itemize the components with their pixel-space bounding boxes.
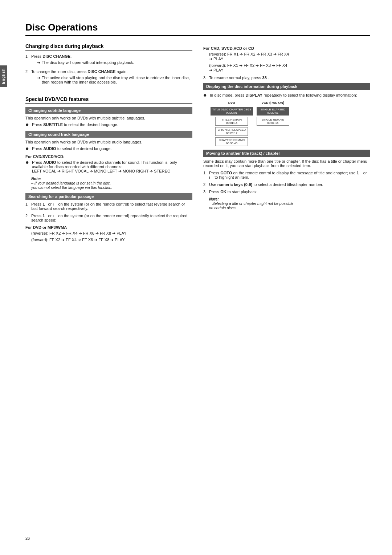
resume-38-bold: 38 — [262, 76, 267, 80]
numeric-keys-bold: numeric keys (0-9) — [217, 182, 253, 187]
note-italic-1b: you cannot select the language via this … — [31, 185, 113, 190]
moving-step-number-2: 2 — [203, 182, 209, 187]
note-block-language: Note: – If your desired language is not … — [31, 177, 192, 190]
cvd-cd-lines: (reverse): FR X1 ➔ FR X2 ➔ FR X3 ➔ FR X4… — [203, 52, 370, 73]
divider-1 — [25, 91, 192, 91]
step-number-1: 1 — [25, 54, 31, 58]
vcd-display-col: VCD (PBC ON) SINGLE ELAPSED00:20:01 SING… — [257, 101, 289, 146]
dvd-cell-2: TITLE REMAIN00:01:15 — [215, 117, 248, 126]
disc-change-bold: DISC CHANGE — [42, 54, 70, 58]
moving-step-number-3: 3 — [203, 190, 209, 194]
disc-change-bold-2: DISC CHANGE — [87, 69, 115, 74]
display-info-header: Displaying the disc information during p… — [203, 83, 370, 90]
arrow-icon-2: ➔ — [37, 76, 40, 80]
bullet-icon-cvd: ● — [25, 159, 32, 165]
search-step-1-text: Press 1 or ı on the system (or on the re… — [31, 202, 185, 211]
search-step-1: 1 Press 1 or ı on the system (or on the … — [25, 202, 192, 211]
moving-step-2-text: Use numeric keys (0-9) to select a desir… — [209, 182, 323, 187]
search-step-number-1: 1 — [25, 202, 31, 206]
note-text-1a: – If your desired language is not set in… — [31, 181, 111, 185]
left-column: Changing discs during playback 1 Press D… — [25, 43, 192, 244]
step-number-2: 2 — [25, 69, 31, 74]
bullet-icon-audio: ● — [25, 146, 32, 151]
resume-step-text: To resume normal play, press 38 . — [209, 76, 269, 80]
step-1-sub: The disc tray will open without interrup… — [42, 60, 134, 65]
search-step-2: 2 Press 1 or ı on the system (or on the … — [25, 214, 192, 222]
moving-step-3-text: Press OK to start playback. — [209, 190, 258, 194]
moving-step-2: 2 Use numeric keys (0-9) to select a des… — [203, 182, 370, 187]
note-moving-text: – Selecting a title or chapter might not… — [209, 201, 293, 210]
moving-step-3: 3 Press OK to start playback. — [203, 190, 370, 194]
bullet-icon-subtitle: ● — [25, 122, 32, 127]
section-changing-discs-title: Changing discs during playback — [25, 43, 192, 50]
audio-bold-cvd: AUDIO — [43, 160, 56, 165]
page: English Disc Operations Changing discs d… — [0, 0, 392, 555]
ok-bold: OK — [220, 190, 226, 194]
cvd-audio-bullet: ● Press AUDIO to select the desired audi… — [25, 160, 192, 174]
audio-bold: AUDIO — [43, 146, 56, 151]
note-label-2: Note: — [209, 197, 219, 201]
dvd-cell-4: CHAPTER REMAIN00:30:45 — [215, 137, 248, 146]
resume-step-3: 3 To resume normal play, press 38 . — [203, 76, 370, 80]
moving-intro: Some discs may contain more than one tit… — [203, 159, 370, 168]
dvd-cell-1: TITLE 01/06 CHAPTER 08/1900:20:01 — [211, 107, 253, 116]
display-bullet: ● In disc mode, press DISPLAY repeatedly… — [203, 93, 370, 98]
step-1-disc-change: 1 Press DISC CHANGE. ➔ The disc tray wil… — [25, 54, 192, 66]
cvd-vcd-cd-heading: For CVD, SVCD,VCD or CD — [203, 46, 370, 50]
dvd-display-col: DVD TITLE 01/06 CHAPTER 08/1900:20:01 TI… — [211, 101, 253, 146]
searching-passage-header: Searching for a particular passage — [25, 193, 192, 200]
note-italic-1a: If your desired language is not set in t… — [34, 181, 111, 185]
page-title: Disc Operations — [25, 22, 370, 36]
vcd-col-label: VCD (PBC ON) — [261, 101, 284, 105]
cvd-forward-line: (forward): FF X1 ➔ FF X2 ➔ FF X3 ➔ FF X4… — [209, 63, 370, 73]
search-step-2-content: Press 1 or ı on the system (or on the re… — [31, 214, 192, 222]
soundtrack-language-body: This operation only works on DVDs with m… — [25, 140, 192, 144]
page-number: 26 — [25, 536, 30, 540]
subtitle-language-body: This operation only works on DVDs with m… — [25, 116, 192, 120]
subtitle-language-header: Changing subtitle language — [25, 107, 192, 114]
arrow-icon-1: ➔ — [37, 60, 40, 65]
english-tab: English — [0, 65, 7, 87]
moving-step-1: 1 Press GOTO on the remote control to di… — [203, 171, 370, 179]
audio-bullet: ● Press AUDIO to select the desired lang… — [25, 146, 192, 151]
vcd-cell-2: SINGLE REMAIN00:01:15 — [257, 117, 289, 126]
step-2-arrow-item: ➔ The active disc will stop playing and … — [31, 76, 192, 84]
1-bold: 1 — [356, 171, 359, 175]
note-block-moving: Note: – Selecting a title or chapter mig… — [209, 197, 370, 210]
subtitle-bullet: ● Press SUBTITLE to select the desired l… — [25, 122, 192, 127]
dvd-mp3-subheading: For DVD or MP3/WMA — [25, 225, 192, 230]
dvd-col-label: DVD — [228, 101, 235, 105]
moving-step-1-text: Press GOTO on the remote control to disp… — [209, 171, 370, 179]
search-step-1-content: Press 1 or ı on the system (or on the re… — [31, 202, 192, 211]
subtitle-bullet-text: Press SUBTITLE to select the desired lan… — [32, 122, 118, 127]
step-2-disc-change: 2 To change the inner disc, press DISC C… — [25, 69, 192, 86]
display-bullet-text: In disc mode, press DISPLAY repeatedly t… — [210, 93, 357, 97]
dvd-vcd-display-grid: DVD TITLE 01/06 CHAPTER 08/1900:20:01 TI… — [211, 101, 370, 146]
bullet-icon-display: ● — [203, 92, 210, 98]
right-column: For CVD, SVCD,VCD or CD (reverse): FR X1… — [203, 43, 370, 244]
search-2-bold: 1 — [42, 214, 45, 218]
resume-step-number: 3 — [203, 76, 209, 80]
step-2-text: To change the inner disc, press DISC CHA… — [31, 69, 192, 74]
vcd-cell-1: SINGLE ELAPSED00:20:01 — [257, 107, 289, 116]
step-1-text: Press DISC CHANGE. — [31, 54, 192, 58]
cvd-svcd-vcd-subheading: For CVD/SVCD/VCD: — [25, 154, 192, 159]
step-2-sub: The active disc will stop playing and th… — [42, 76, 192, 84]
goto-bold: GOTO — [220, 171, 232, 175]
step-2-content: To change the inner disc, press DISC CHA… — [31, 69, 192, 86]
step-1-content: Press DISC CHANGE. ➔ The disc tray will … — [31, 54, 192, 66]
search-step-number-2: 2 — [25, 214, 31, 218]
search-1-bold: 1 — [42, 202, 45, 206]
dvd-reverse-line: (reverse): FR X2 ➔ FR X4 ➔ FR X6 ➔ FR X8… — [25, 231, 192, 242]
audio-bullet-text: Press AUDIO to select the desired langua… — [32, 146, 112, 151]
dvd-forward-text: (forward): FF X2 ➔ FF X4 ➔ FF X6 ➔ FF X8… — [31, 238, 192, 242]
two-column-layout: Changing discs during playback 1 Press D… — [25, 43, 370, 244]
moving-title-header: Moving to another title (track) / chapte… — [203, 150, 370, 157]
cvd-audio-text: Press AUDIO to select the desired audio … — [32, 160, 192, 174]
moving-step-number-1: 1 — [203, 171, 209, 175]
note-label-1: Note: — [31, 177, 41, 181]
section-special-dvd-title: Special DVD/VCD features — [25, 96, 192, 104]
subtitle-bold: SUBTITLE — [43, 122, 63, 127]
display-bold: DISPLAY — [245, 93, 262, 97]
soundtrack-language-header: Changing sound track language — [25, 131, 192, 138]
